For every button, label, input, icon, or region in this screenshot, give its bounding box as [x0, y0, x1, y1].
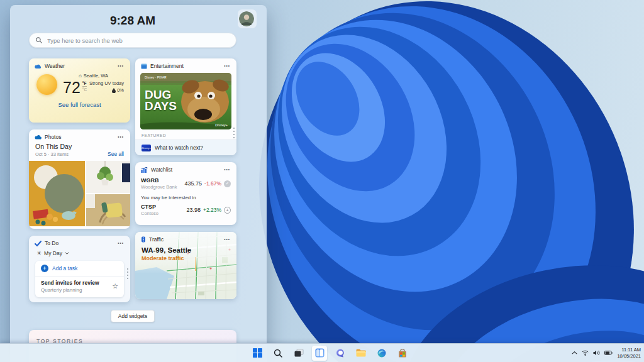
photos-heading: On This Day [35, 143, 72, 150]
edge-button[interactable] [374, 346, 389, 361]
widget-title: Weather [45, 63, 65, 69]
widget-weather[interactable]: Weather ••• ⌂ Seattle, WA [29, 58, 130, 123]
file-explorer-button[interactable] [353, 346, 369, 361]
file-explorer-icon [356, 349, 366, 357]
add-widgets-button[interactable]: Add widgets [111, 310, 155, 322]
photos-count: Oct 5 · 33 items [35, 151, 72, 157]
sun-weather-icon [36, 74, 57, 95]
disney-plus-icon: Disney+ [142, 145, 151, 151]
task-view-button[interactable] [291, 346, 306, 361]
entertainment-icon [141, 63, 147, 69]
watchlist-added-icon[interactable]: ✓ [224, 180, 231, 187]
see-all-link[interactable]: See all [108, 151, 124, 157]
stock-price: 23.98 [186, 207, 201, 213]
weather-location: Seattle, WA [84, 73, 108, 79]
poster-brand-text: Disney · PIXAR [145, 75, 167, 79]
todo-list-selector[interactable]: ☀ My Day [29, 249, 130, 256]
tray-time: 11:11 AM [617, 347, 641, 353]
store-button[interactable] [395, 346, 410, 361]
search-icon [36, 37, 42, 43]
widgets-button[interactable] [312, 346, 327, 361]
more-options-button[interactable]: ••• [116, 134, 125, 140]
search-button[interactable] [270, 346, 286, 361]
weather-cloud-icon [35, 63, 42, 69]
store-icon [398, 349, 407, 358]
todo-task-row[interactable]: Send invites for review Quarterly planni… [35, 277, 124, 297]
chat-button[interactable] [333, 346, 348, 361]
more-options-button[interactable]: ••• [116, 63, 125, 69]
widget-watchlist[interactable]: Watchlist ••• WGRB Woodgrove Bank 435.75… [135, 162, 236, 225]
add-to-watchlist-icon[interactable]: + [224, 207, 231, 214]
web-search-bar[interactable] [29, 33, 236, 48]
todo-scroll-dots [127, 268, 128, 279]
more-options-button[interactable]: ••• [116, 241, 125, 246]
watchlist-chart-icon [141, 167, 148, 173]
stock-row[interactable]: CTSP Contoso 23.98 +2.23% + [135, 202, 236, 216]
weather-condition: Strong UV today [89, 80, 124, 87]
taskbar: 11:11 AM 10/05/2021 [0, 343, 644, 362]
stock-name: Woodgrove Bank [141, 184, 177, 190]
tray-clock[interactable]: 11:11 AM 10/05/2021 [617, 347, 641, 359]
desktop: 9:28 AM [0, 0, 644, 362]
windows-start-icon [253, 348, 262, 358]
widgets-panel: 9:28 AM [10, 5, 267, 362]
widget-photos[interactable]: Photos ••• On This Day Oct 5 · 33 items … [29, 129, 130, 229]
stock-row[interactable]: WGRB Woodgrove Bank 435.75 -1.67% ✓ [135, 175, 236, 190]
start-button[interactable] [250, 346, 265, 361]
photo-thumbnail[interactable] [29, 161, 85, 226]
unit-toggle[interactable]: °F °C [82, 81, 87, 92]
photo-collage[interactable] [29, 161, 130, 226]
droplet-icon [112, 88, 116, 93]
edge-icon [377, 349, 386, 358]
tray-date: 10/05/2021 [617, 353, 641, 359]
system-tray[interactable]: 11:11 AM 10/05/2021 [572, 344, 641, 362]
star-icon[interactable]: ☆ [112, 282, 118, 290]
panel-clock: 9:28 AM [29, 14, 236, 28]
more-options-button[interactable]: ••• [223, 63, 231, 69]
widget-traffic[interactable]: Traffic ••• WA-99, Seattle Moderate traf… [135, 232, 236, 299]
sun-icon: ☀ [36, 250, 42, 256]
traffic-route: WA-99, Seattle [142, 246, 230, 254]
stock-change: -1.67% [204, 180, 221, 187]
widget-title: Watchlist [151, 167, 172, 173]
stock-name: Contoso [141, 211, 158, 216]
photo-thumbnail[interactable] [86, 161, 130, 193]
widgets-icon [315, 348, 325, 358]
avatar-image [239, 11, 254, 26]
traffic-light-icon [141, 236, 146, 243]
plus-icon: + [41, 265, 48, 272]
poster-title-line2: DAYS [145, 101, 177, 112]
search-input[interactable] [46, 36, 230, 45]
stock-symbol: CTSP [141, 204, 158, 210]
todo-list-label: My Day [44, 250, 62, 256]
chevron-down-icon [65, 252, 69, 255]
tray-chevron-up-icon[interactable] [572, 351, 577, 354]
more-options-button[interactable]: ••• [223, 237, 231, 243]
add-task-button[interactable]: + Add a task [35, 261, 124, 277]
volume-icon[interactable] [593, 350, 600, 356]
precipitation-value: 0% [117, 87, 124, 94]
stock-change: +2.23% [203, 207, 221, 213]
more-options-button[interactable]: ••• [223, 167, 231, 173]
widget-title: Entertainment [150, 63, 184, 69]
watch-next-button[interactable]: Disney+ What to watch next? [135, 140, 236, 155]
task-view-icon [294, 349, 304, 357]
poster-disney-plus-badge: Disney+ [215, 123, 228, 127]
see-full-forecast-link[interactable]: See full forecast [29, 101, 130, 108]
todo-check-icon [35, 241, 42, 246]
wifi-icon[interactable] [582, 350, 589, 356]
task-title: Send invites for review [41, 280, 99, 286]
stock-symbol: WGRB [141, 177, 177, 184]
battery-icon[interactable] [604, 351, 613, 355]
stock-price: 435.75 [185, 180, 203, 187]
traffic-status: Moderate traffic [142, 255, 230, 261]
task-subtitle: Quarterly planning [41, 287, 99, 293]
search-icon [274, 349, 282, 358]
dug-days-poster[interactable]: Disney · PIXAR DUG DAYS Disney+ [140, 73, 231, 129]
weather-temperature: 72 [63, 80, 80, 96]
widget-todo[interactable]: To Do ••• ☀ My Day + [29, 236, 130, 302]
photo-thumbnail[interactable] [86, 194, 130, 226]
widget-title: Photos [45, 134, 61, 140]
widget-entertainment[interactable]: Entertainment ••• [135, 58, 236, 155]
profile-avatar[interactable] [238, 9, 257, 28]
